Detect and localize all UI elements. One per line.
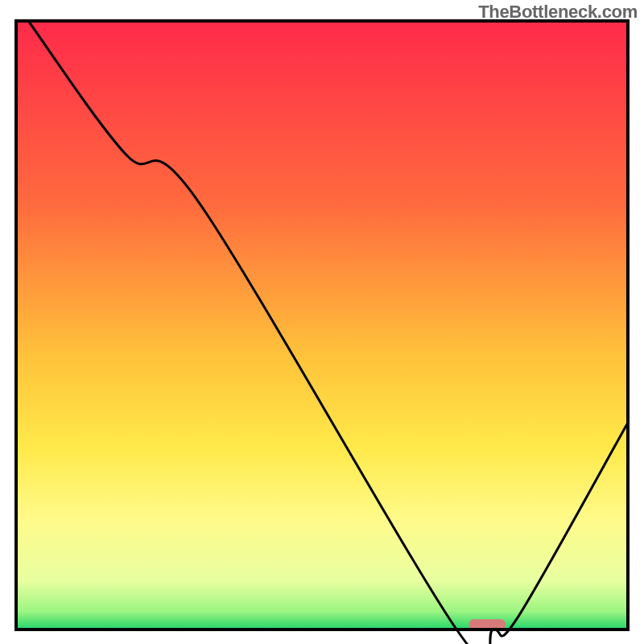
bottleneck-chart — [0, 0, 644, 644]
plot-background — [16, 21, 628, 630]
chart-container: TheBottleneck.com — [0, 0, 644, 644]
attribution-label: TheBottleneck.com — [478, 2, 638, 23]
